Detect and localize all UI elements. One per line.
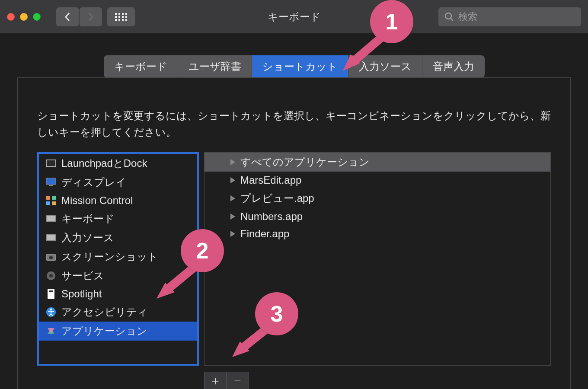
tab-user-dictionary[interactable]: ユーザ辞書 [178, 55, 252, 78]
svg-rect-23 [47, 216, 55, 221]
forward-button[interactable] [80, 7, 102, 26]
svg-rect-5 [118, 16, 120, 18]
svg-rect-8 [115, 19, 117, 21]
back-button[interactable] [56, 7, 79, 26]
display-icon [46, 178, 56, 187]
tab-dictation[interactable]: 音声入力 [422, 55, 485, 78]
app-icon [46, 326, 56, 336]
svg-rect-19 [52, 196, 56, 200]
annotation-badge-1: 1 [370, 0, 413, 43]
svg-point-12 [445, 13, 451, 19]
svg-point-27 [49, 256, 53, 259]
sidebar-item-display[interactable]: ディスプレイ [39, 173, 197, 192]
app-row-label: Numbers.app [240, 210, 303, 223]
annotation-badge-2: 2 [181, 229, 224, 272]
preference-pane: キーボード ユーザ辞書 ショートカット 入力ソース 音声入力 ショートカットを変… [0, 34, 588, 389]
accessibility-icon [46, 307, 56, 317]
disclosure-triangle-icon[interactable] [230, 214, 235, 220]
grid-icon [115, 13, 127, 21]
sidebar-item-input-sources[interactable]: 入力ソース [39, 228, 197, 247]
sidebar-item-label: Mission Control [61, 194, 133, 207]
svg-rect-14 [46, 160, 56, 166]
app-row-label: プレビュー.app [240, 191, 314, 205]
zoom-window-button[interactable] [33, 13, 41, 21]
app-row[interactable]: プレビュー.app [205, 189, 550, 208]
app-row-all[interactable]: すべてのアプリケーション [205, 153, 550, 172]
tab-bar: キーボード ユーザ辞書 ショートカット 入力ソース 音声入力 [17, 55, 571, 78]
tab-label: キーボード [114, 61, 167, 72]
minus-icon: − [234, 374, 241, 388]
tab-label: 音声入力 [433, 61, 474, 72]
sidebar-item-label: キーボード [61, 212, 115, 226]
app-row[interactable]: Finder.app [205, 225, 550, 242]
sidebar-item-launchpad-dock[interactable]: LaunchpadとDock [39, 154, 197, 173]
plus-icon: ＋ [209, 373, 221, 389]
help-text: ショートカットを変更するには、ショートカットを選択し、キーコンビネーションをクリ… [37, 108, 551, 141]
keyboard-icon [46, 233, 56, 242]
launchpad-icon [46, 159, 56, 168]
window-title: キーボード [268, 10, 321, 24]
svg-rect-4 [115, 16, 117, 18]
mission-control-icon [46, 196, 56, 205]
services-icon [46, 271, 56, 281]
add-remove-buttons: ＋ − [204, 372, 551, 389]
app-row[interactable]: Numbers.app [205, 208, 550, 225]
chevron-right-icon [88, 12, 94, 22]
spotlight-icon [46, 289, 56, 299]
annotation-number: 1 [386, 9, 398, 35]
svg-rect-6 [122, 16, 124, 18]
tab-label: ショートカット [262, 61, 338, 72]
tab-keyboard[interactable]: キーボード [104, 55, 178, 78]
svg-rect-17 [49, 185, 53, 186]
app-row[interactable]: MarsEdit.app [205, 172, 550, 189]
close-window-button[interactable] [7, 13, 15, 21]
sidebar-item-app-shortcuts[interactable]: アプリケーション [39, 322, 197, 341]
sidebar-item-keyboard[interactable]: キーボード [39, 209, 197, 228]
app-row-label: すべてのアプリケーション [240, 155, 370, 169]
category-list[interactable]: LaunchpadとDock ディスプレイ Mission Control キー… [37, 152, 199, 366]
annotation-number: 2 [196, 238, 209, 264]
svg-rect-9 [118, 19, 120, 21]
sidebar-item-mission-control[interactable]: Mission Control [39, 192, 197, 209]
annotation-number: 3 [271, 301, 283, 327]
app-row-label: Finder.app [240, 228, 289, 240]
svg-point-33 [50, 308, 52, 310]
search-icon [444, 12, 454, 22]
minimize-window-button[interactable] [20, 13, 28, 21]
sidebar-item-label: アプリケーション [61, 324, 147, 338]
sidebar-item-label: ディスプレイ [61, 175, 126, 189]
svg-rect-21 [52, 201, 56, 205]
search-input[interactable] [458, 11, 577, 22]
svg-rect-3 [125, 13, 127, 15]
traffic-lights [7, 13, 41, 21]
screenshot-icon [46, 252, 56, 261]
svg-point-29 [49, 274, 53, 277]
tab-label: ユーザ辞書 [189, 61, 241, 72]
annotation-badge-3: 3 [255, 292, 298, 335]
sidebar-item-accessibility[interactable]: アクセシビリティ [39, 303, 197, 322]
svg-line-13 [451, 18, 453, 21]
svg-rect-18 [46, 196, 50, 200]
tab-shortcuts[interactable]: ショートカット [252, 55, 348, 78]
disclosure-triangle-icon[interactable] [230, 177, 235, 183]
svg-rect-10 [122, 19, 124, 21]
svg-rect-31 [49, 290, 53, 292]
svg-rect-25 [47, 235, 55, 240]
disclosure-triangle-icon[interactable] [230, 195, 235, 201]
remove-button[interactable]: − [227, 372, 249, 389]
svg-rect-30 [48, 289, 54, 299]
svg-rect-20 [46, 201, 50, 205]
svg-rect-2 [122, 13, 124, 15]
disclosure-triangle-icon[interactable] [230, 159, 235, 165]
svg-rect-0 [115, 13, 117, 15]
sidebar-item-label: 入力ソース [61, 231, 114, 245]
app-row-label: MarsEdit.app [240, 174, 301, 186]
add-button[interactable]: ＋ [204, 372, 227, 389]
show-all-prefs-button[interactable] [107, 7, 135, 26]
search-field[interactable] [438, 7, 581, 26]
svg-rect-11 [125, 19, 127, 21]
svg-rect-7 [125, 16, 127, 18]
svg-rect-16 [46, 178, 56, 185]
disclosure-triangle-icon[interactable] [230, 231, 235, 237]
sidebar-item-label: サービス [61, 269, 104, 283]
